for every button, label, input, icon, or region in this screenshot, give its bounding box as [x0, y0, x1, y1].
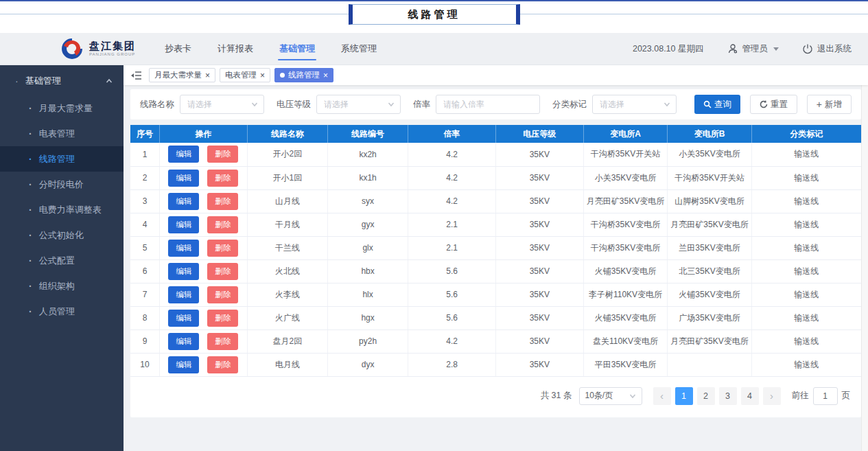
collapse-menu-icon[interactable]: [130, 71, 142, 80]
add-button[interactable]: + 新增: [807, 95, 852, 114]
cell-sub_b: 小关35KV变电所: [668, 143, 751, 166]
cell-voltage: 35KV: [495, 166, 583, 189]
sidebar-item[interactable]: ·公式配置: [0, 248, 124, 273]
sidebar-item[interactable]: ·线路管理: [0, 146, 124, 172]
logo-icon: [60, 37, 84, 60]
sidebar-group-basic-mgmt[interactable]: · 基础管理: [0, 67, 124, 95]
cell-name: 火李线: [247, 283, 327, 306]
category-select[interactable]: 请选择: [592, 95, 677, 114]
delete-button[interactable]: 删除: [207, 310, 238, 327]
table-row: 9编辑删除盘月2回py2h4.235KV盘关110KV变电所月亮田矿35KV变电…: [130, 329, 861, 353]
delete-button[interactable]: 删除: [207, 170, 238, 187]
ratio-input[interactable]: [436, 95, 540, 114]
delete-button[interactable]: 删除: [207, 146, 238, 163]
cell-voltage: 35KV: [495, 213, 583, 236]
sidebar-item[interactable]: ·电费力率调整表: [0, 197, 124, 222]
voltage-select[interactable]: 请选择: [316, 95, 401, 114]
column-header: 序号: [130, 125, 160, 143]
close-icon[interactable]: ×: [205, 71, 210, 80]
user-menu[interactable]: 管理员: [727, 43, 779, 55]
cell-actions: 编辑删除: [160, 189, 248, 213]
table-row: 1编辑删除开小2回kx2h4.235KV干沟桥35KV开关站小关35KV变电所输…: [130, 143, 861, 166]
tab-label: 月最大需求量: [154, 70, 202, 80]
edit-button[interactable]: 编辑: [168, 170, 199, 187]
page-button[interactable]: 3: [719, 387, 737, 405]
search-button[interactable]: 查询: [694, 95, 740, 114]
table-row: 2编辑删除开小1回kx1h4.235KV小关35KV变电所干沟桥35KV开关站输…: [130, 166, 861, 189]
page-button[interactable]: 1: [675, 387, 693, 405]
cell-sub_b: [668, 353, 751, 376]
edit-button[interactable]: 编辑: [168, 216, 199, 233]
page-title: 线路管理: [349, 4, 520, 25]
sidebar-item[interactable]: ·分时段电价: [0, 172, 124, 197]
page-button[interactable]: 4: [741, 387, 759, 405]
delete-button[interactable]: 删除: [207, 193, 238, 210]
refresh-icon: [760, 100, 768, 108]
tabbar: 月最大需求量×电表管理×线路管理×: [124, 65, 868, 85]
chevron-down-icon: [388, 101, 395, 108]
cell-sub_a: 干沟桥35KV开关站: [583, 143, 667, 166]
sidebar-item[interactable]: ·月最大需求量: [0, 95, 124, 121]
next-page-button[interactable]: ›: [763, 387, 781, 405]
cell-code: py2h: [328, 329, 408, 353]
main-content: 月最大需求量×电表管理×线路管理× 线路名称 请选择 电压等级 请选择 倍率 分…: [124, 65, 868, 451]
total-count: 共 31 条: [541, 390, 572, 402]
tab[interactable]: 线路管理×: [274, 68, 333, 82]
cell-category: 输送线: [751, 166, 861, 189]
sidebar-item[interactable]: ·人员管理: [0, 299, 124, 324]
logout-button[interactable]: 退出系统: [802, 43, 852, 55]
reset-button[interactable]: 重置: [750, 95, 797, 114]
close-icon[interactable]: ×: [260, 71, 265, 80]
table-row: 6编辑删除火北线hbx5.635KV火铺35KV变电所北三35KV变电所输送线: [130, 259, 861, 283]
nav-item[interactable]: 计算报表: [218, 33, 253, 65]
page-size-select[interactable]: 10条/页: [579, 387, 642, 405]
nav-item[interactable]: 系统管理: [341, 33, 377, 65]
prev-page-button[interactable]: ‹: [653, 387, 671, 405]
page-button[interactable]: 2: [697, 387, 715, 405]
page-list: ‹1234›: [653, 387, 781, 405]
delete-button[interactable]: 删除: [207, 263, 238, 280]
line-name-select[interactable]: 请选择: [180, 95, 264, 114]
delete-button[interactable]: 删除: [207, 216, 238, 233]
sidebar-item[interactable]: ·组织架构: [0, 273, 124, 299]
cell-sub_a: 干沟桥35KV变电所: [583, 213, 667, 236]
cell-category: 输送线: [751, 306, 861, 329]
sidebar-item[interactable]: ·公式初始化: [0, 222, 124, 248]
delete-button[interactable]: 删除: [207, 240, 238, 257]
cell-actions: 编辑删除: [160, 259, 248, 283]
scrollbar[interactable]: [861, 65, 868, 451]
delete-button[interactable]: 删除: [207, 333, 238, 350]
cell-category: 输送线: [751, 213, 861, 236]
active-tab-dot-icon: [280, 73, 285, 78]
edit-button[interactable]: 编辑: [168, 286, 199, 303]
cell-voltage: 35KV: [495, 143, 583, 166]
nav-item[interactable]: 基础管理: [279, 33, 315, 65]
delete-button[interactable]: 删除: [207, 286, 238, 303]
edit-button[interactable]: 编辑: [168, 193, 199, 210]
edit-button[interactable]: 编辑: [168, 146, 199, 163]
sidebar-group-label: 基础管理: [25, 75, 61, 87]
delete-button[interactable]: 删除: [207, 356, 238, 373]
edit-button[interactable]: 编辑: [168, 263, 199, 280]
nav-item[interactable]: 抄表卡: [165, 33, 191, 65]
cell-category: 输送线: [751, 143, 861, 166]
cell-sub_a: 盘关110KV变电所: [583, 329, 667, 353]
cell-sub_a: 月亮田矿35KV变电所: [583, 189, 667, 213]
cell-actions: 编辑删除: [160, 283, 248, 306]
edit-button[interactable]: 编辑: [168, 333, 199, 350]
sidebar-item[interactable]: ·电表管理: [0, 121, 124, 146]
tab[interactable]: 月最大需求量×: [149, 68, 215, 82]
sidebar-item-label: 分时段电价: [39, 178, 84, 191]
cell-sub_a: 李子树110KV变电所: [583, 283, 667, 306]
goto-page-input[interactable]: [813, 387, 838, 405]
chevron-down-icon: [629, 393, 636, 400]
tab[interactable]: 电表管理×: [220, 68, 270, 82]
column-header: 线路名称: [247, 125, 327, 143]
edit-button[interactable]: 编辑: [168, 356, 199, 373]
logout-label: 退出系统: [817, 43, 852, 55]
edit-button[interactable]: 编辑: [168, 240, 199, 257]
bullet-icon: ·: [29, 180, 32, 189]
cell-no: 6: [130, 259, 160, 283]
edit-button[interactable]: 编辑: [168, 310, 199, 327]
close-icon[interactable]: ×: [323, 71, 328, 80]
